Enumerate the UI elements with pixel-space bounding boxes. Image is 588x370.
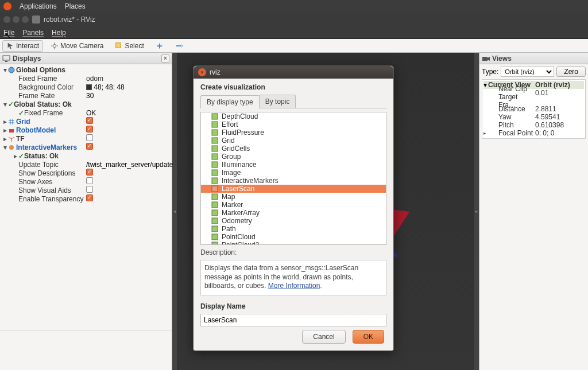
move-camera-button[interactable]: Move Camera bbox=[47, 40, 107, 52]
color-swatch-icon bbox=[86, 84, 92, 90]
create-visualization-dialog: × rviz Create visualization By display t… bbox=[193, 65, 394, 351]
display-type-list[interactable]: DepthCloudEffortFluidPressureGridGridCel… bbox=[200, 112, 386, 245]
display-type-item[interactable]: Path bbox=[201, 225, 386, 233]
window-title: robot.rviz* - RViz bbox=[44, 15, 95, 24]
toolbar: Interact Move Camera Select bbox=[0, 39, 588, 53]
svg-rect-20 bbox=[212, 210, 218, 216]
framerate-value[interactable]: 30 bbox=[86, 92, 94, 100]
views-row[interactable]: Distance2.8811 bbox=[483, 105, 584, 113]
global-options-item[interactable]: Global Options bbox=[16, 66, 65, 74]
more-information-link[interactable]: More Information bbox=[268, 282, 320, 290]
enable-transparency-label: Enable Transparency bbox=[18, 195, 83, 203]
display-type-label: GridCells bbox=[222, 145, 250, 153]
imarkers-checkbox[interactable] bbox=[86, 143, 93, 150]
check-icon: ✓ bbox=[8, 100, 14, 108]
views-panel-title: Views bbox=[492, 54, 512, 63]
description-label: Description: bbox=[200, 248, 386, 256]
displays-tree[interactable]: ▾Global Options Fixed Frameodom Backgrou… bbox=[0, 64, 172, 330]
display-type-item[interactable]: FluidPressure bbox=[201, 128, 386, 137]
svg-rect-11 bbox=[212, 138, 218, 143]
display-type-item[interactable]: DepthCloud bbox=[201, 112, 386, 120]
close-icon[interactable] bbox=[3, 16, 10, 23]
bg-color-value[interactable]: 48; 48; 48 bbox=[86, 83, 125, 91]
close-panel-button[interactable]: × bbox=[161, 54, 169, 63]
views-type-select[interactable]: Orbit (rviz) bbox=[501, 67, 554, 77]
display-type-item[interactable]: GridCells bbox=[201, 145, 386, 153]
views-row-value: 4.59541 bbox=[535, 113, 560, 121]
display-type-label: Marker bbox=[222, 201, 243, 209]
tab-by-display-type[interactable]: By display type bbox=[200, 95, 260, 108]
tab-by-topic[interactable]: By topic bbox=[259, 95, 296, 108]
views-row[interactable]: Yaw4.59541 bbox=[483, 113, 584, 121]
menu-places[interactable]: Places bbox=[65, 2, 86, 10]
display-type-icon bbox=[211, 209, 218, 216]
svg-rect-3 bbox=[5, 61, 7, 62]
display-type-icon bbox=[211, 185, 218, 192]
display-type-item[interactable]: Map bbox=[201, 193, 386, 201]
update-topic-value[interactable]: /twist_marker_server/update bbox=[86, 161, 172, 169]
display-type-item[interactable]: MarkerArray bbox=[201, 209, 386, 217]
display-type-icon bbox=[211, 177, 218, 184]
views-row-value: 0.01 bbox=[535, 89, 548, 97]
display-type-item[interactable]: PointCloud bbox=[201, 233, 386, 241]
enable-transparency-checkbox[interactable] bbox=[86, 194, 93, 201]
menu-applications[interactable]: Applications bbox=[20, 2, 57, 10]
display-type-item[interactable]: Image bbox=[201, 169, 386, 177]
robotmodel-checkbox[interactable] bbox=[86, 126, 93, 133]
display-type-item[interactable]: Grid bbox=[201, 137, 386, 145]
show-visual-aids-checkbox[interactable] bbox=[86, 186, 93, 193]
views-type-label: Type: bbox=[482, 68, 498, 76]
grid-checkbox[interactable] bbox=[86, 117, 93, 124]
display-type-item[interactable]: Group bbox=[201, 153, 386, 161]
focus-camera-button[interactable] bbox=[152, 40, 168, 52]
display-name-input[interactable] bbox=[200, 314, 386, 326]
views-row[interactable]: Target Fra… bbox=[483, 97, 584, 105]
display-type-item[interactable]: InteractiveMarkers bbox=[201, 177, 386, 185]
interact-button[interactable]: Interact bbox=[2, 40, 43, 52]
display-type-label: DepthCloud bbox=[222, 112, 258, 120]
display-type-item[interactable]: Illuminance bbox=[201, 161, 386, 169]
displays-panel-title: Displays bbox=[13, 54, 41, 63]
imarkers-status[interactable]: Status: Ok bbox=[24, 152, 59, 160]
interactive-markers-icon bbox=[8, 144, 15, 151]
menu-panels[interactable]: Panels bbox=[22, 29, 44, 37]
zero-button[interactable]: Zero bbox=[556, 67, 586, 77]
views-panel: Views Type: Orbit (rviz) Zero ▾Current V… bbox=[479, 53, 588, 370]
display-type-item[interactable]: Odometry bbox=[201, 217, 386, 225]
grid-item[interactable]: Grid bbox=[16, 118, 30, 126]
global-status-item[interactable]: Global Status: Ok bbox=[14, 100, 72, 108]
svg-rect-16 bbox=[212, 178, 218, 184]
tf-item[interactable]: TF bbox=[16, 135, 25, 143]
display-type-item[interactable]: PointCloud2 bbox=[201, 241, 386, 245]
interactive-markers-item[interactable]: InteractiveMarkers bbox=[16, 143, 77, 151]
right-splitter[interactable]: ▸ bbox=[474, 53, 479, 370]
cancel-button[interactable]: Cancel bbox=[302, 330, 345, 344]
menu-help[interactable]: Help bbox=[52, 29, 66, 37]
fixed-frame-value[interactable]: odom bbox=[86, 75, 106, 83]
tf-checkbox[interactable] bbox=[86, 134, 93, 141]
views-row[interactable]: Pitch0.610398 bbox=[483, 121, 584, 129]
chevron-right-icon: ▸ bbox=[475, 209, 478, 214]
interact-icon bbox=[6, 42, 14, 50]
views-row-key: Pitch bbox=[488, 121, 535, 129]
svg-rect-19 bbox=[212, 202, 218, 208]
show-axes-checkbox[interactable] bbox=[86, 177, 93, 184]
display-type-item[interactable]: LaserScan bbox=[201, 185, 386, 193]
display-type-icon bbox=[211, 242, 218, 245]
measure-button[interactable] bbox=[171, 40, 187, 52]
ok-button[interactable]: OK bbox=[353, 330, 384, 344]
select-button[interactable]: Select bbox=[111, 40, 148, 52]
display-type-item[interactable]: Effort bbox=[201, 120, 386, 128]
dialog-close-button[interactable]: × bbox=[198, 68, 206, 76]
robotmodel-item[interactable]: RobotModel bbox=[16, 126, 56, 134]
display-type-item[interactable]: Marker bbox=[201, 201, 386, 209]
minimize-icon[interactable] bbox=[13, 16, 20, 23]
maximize-icon[interactable] bbox=[22, 16, 29, 23]
show-descriptions-checkbox[interactable] bbox=[86, 169, 93, 176]
views-row[interactable]: ▸Focal Point0; 0; 0 bbox=[483, 129, 584, 137]
left-splitter[interactable]: ◂ bbox=[172, 53, 177, 370]
dialog-titlebar[interactable]: × rviz bbox=[194, 66, 393, 79]
views-tree[interactable]: ▾Current ViewOrbit (rviz) Near Clip …0.0… bbox=[482, 79, 586, 139]
check-icon: ✓ bbox=[18, 152, 24, 160]
grid-icon bbox=[8, 118, 15, 125]
